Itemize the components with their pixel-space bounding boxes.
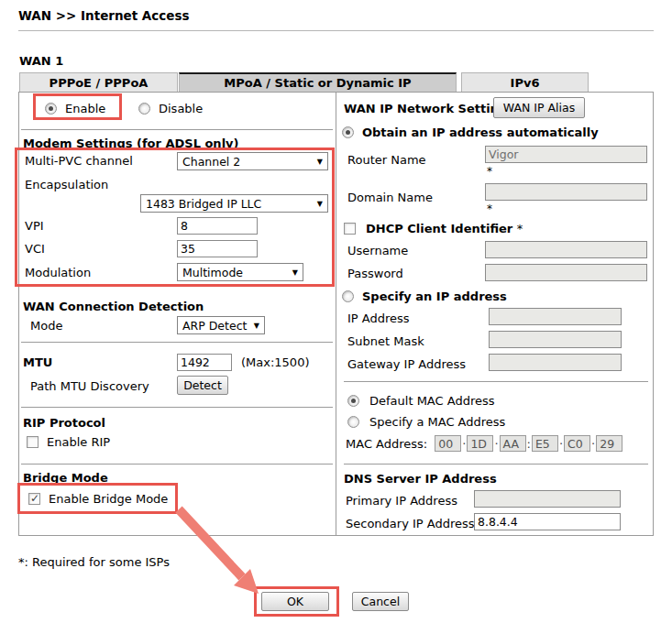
default-mac-radio-label[interactable]: Default MAC Address (369, 394, 495, 408)
tab-pppoe-pppoa[interactable]: PPPoE / PPPoA (19, 72, 178, 92)
mac-octet-input[interactable]: E5 (532, 435, 558, 452)
specify-mac-radio[interactable] (347, 416, 359, 428)
username-input[interactable] (485, 241, 647, 258)
primary-dns-input[interactable] (474, 490, 621, 508)
secondary-dns-input[interactable] (474, 513, 621, 530)
mtu-input[interactable] (177, 354, 232, 371)
dropdown-arrow-icon: ▼ (287, 268, 298, 277)
specify-ip-radio[interactable] (342, 290, 354, 302)
dhcp-required-mark: * (517, 222, 523, 235)
mac-address-label: MAC Address: (346, 437, 435, 451)
domain-name-input[interactable] (485, 183, 647, 201)
secondary-dns-label: Secondary IP Address (346, 517, 475, 530)
dropdown-arrow-icon: ▼ (312, 158, 323, 166)
multi-pvc-label: Multi-PVC channel (25, 154, 133, 168)
vci-input[interactable] (177, 240, 258, 257)
path-mtu-discovery-label: Path MTU Discovery (30, 379, 149, 393)
required-footnote: *: Required for some ISPs (18, 555, 170, 569)
modem-settings-heading: Modem Settings (for ADSL only) (23, 137, 239, 150)
subnet-mask-input[interactable] (489, 331, 622, 348)
tab-label: MPoA / Static or Dynamic IP (224, 76, 411, 90)
column-divider (336, 93, 336, 535)
disable-radio[interactable] (138, 103, 150, 115)
username-label: Username (347, 244, 408, 257)
enable-bridge-mode-label[interactable]: Enable Bridge Mode (49, 492, 168, 506)
tab-ipv6[interactable]: IPv6 (461, 72, 589, 92)
domain-name-required-mark: * (487, 202, 492, 215)
enable-bridge-mode-checkbox[interactable] (28, 493, 40, 505)
modulation-value: Multimode (182, 266, 243, 279)
mode-select[interactable]: ARP Detect ▼ (177, 316, 265, 334)
wan-ip-network-settings-heading: WAN IP Network Settings (344, 102, 514, 115)
mac-octet-input[interactable]: 1D (467, 435, 493, 452)
detect-button[interactable]: Detect (177, 376, 228, 395)
modulation-select[interactable]: Multimode ▼ (177, 263, 303, 281)
wan-ip-alias-button[interactable]: WAN IP Alias (493, 97, 585, 118)
encapsulation-select[interactable]: 1483 Bridged IP LLC ▼ (140, 194, 328, 213)
dhcp-label-text: DHCP Client Identifier (366, 222, 512, 235)
gateway-ip-input[interactable] (489, 354, 622, 371)
mac-address-row: MAC Address: 00 · 1D · AA : E5 · C0 · 29 (346, 435, 622, 452)
encapsulation-label: Encapsulation (25, 178, 108, 191)
encapsulation-value: 1483 Bridged IP LLC (146, 197, 261, 211)
vci-label: VCI (25, 242, 45, 256)
cancel-button[interactable]: Cancel (352, 592, 409, 611)
enable-radio[interactable] (45, 103, 57, 115)
wan1-label: WAN 1 (19, 54, 63, 68)
password-label: Password (347, 267, 403, 280)
tab-mpoa-static-dynamic-ip[interactable]: MPoA / Static or Dynamic IP (179, 72, 457, 92)
title-divider (18, 30, 654, 31)
section-divider (21, 464, 333, 465)
ok-button[interactable]: OK (261, 592, 329, 611)
multi-pvc-select[interactable]: Channel 2 ▼ (177, 152, 328, 170)
obtain-ip-radio[interactable] (342, 126, 354, 138)
specify-mac-radio-label[interactable]: Specify a MAC Address (369, 415, 505, 429)
ip-address-input[interactable] (489, 308, 622, 325)
modulation-label: Modulation (25, 266, 91, 279)
mac-octet-input[interactable]: C0 (564, 435, 590, 452)
router-name-input[interactable] (485, 146, 647, 163)
dropdown-arrow-icon: ▼ (248, 322, 259, 330)
tab-label: IPv6 (511, 76, 540, 90)
domain-name-label: Domain Name (347, 191, 433, 204)
mac-octet-input[interactable]: 00 (435, 435, 461, 452)
mode-value: ARP Detect (182, 319, 247, 333)
wan-internet-access-page: WAN >> Internet Access WAN 1 PPPoE / PPP… (0, 0, 672, 623)
vpi-input[interactable] (177, 217, 258, 235)
section-divider (344, 381, 648, 382)
bridge-mode-heading: Bridge Mode (23, 471, 108, 485)
dns-server-heading: DNS Server IP Address (344, 472, 497, 486)
enable-rip-checkbox[interactable] (27, 436, 39, 448)
mode-label: Mode (30, 319, 62, 333)
multi-pvc-value: Channel 2 (182, 155, 240, 169)
enable-rip-label[interactable]: Enable RIP (47, 435, 110, 449)
mtu-max-note: (Max:1500) (241, 355, 309, 369)
primary-dns-label: Primary IP Address (346, 494, 457, 508)
section-divider (344, 464, 648, 465)
dhcp-client-identifier-label[interactable]: DHCP Client Identifier * (366, 222, 523, 235)
section-divider (21, 407, 333, 408)
dropdown-arrow-icon: ▼ (312, 200, 323, 208)
gateway-ip-label: Gateway IP Address (347, 357, 466, 371)
ip-address-label: IP Address (347, 312, 410, 325)
vpi-label: VPI (25, 219, 44, 233)
specify-ip-radio-label[interactable]: Specify an IP address (362, 290, 507, 303)
router-name-required-mark: * (487, 165, 492, 178)
wan-connection-detection-heading: WAN Connection Detection (23, 300, 204, 313)
breadcrumb: WAN >> Internet Access (18, 8, 190, 23)
router-name-label: Router Name (347, 153, 426, 167)
dhcp-client-identifier-checkbox[interactable] (344, 223, 356, 235)
subnet-mask-label: Subnet Mask (347, 334, 424, 348)
mac-octet-input[interactable]: 29 (596, 435, 622, 452)
password-input[interactable] (485, 264, 647, 281)
section-divider (21, 129, 333, 130)
section-divider (21, 342, 333, 343)
obtain-ip-radio-label[interactable]: Obtain an IP address automatically (362, 126, 599, 139)
mac-octet-input[interactable]: AA (500, 435, 526, 452)
mtu-label: MTU (23, 355, 52, 369)
default-mac-radio[interactable] (347, 395, 359, 407)
rip-protocol-heading: RIP Protocol (23, 416, 105, 430)
tab-content-panel: Enable Disable Modem Settings (for ADSL … (18, 92, 654, 536)
disable-radio-label[interactable]: Disable (159, 102, 203, 115)
enable-radio-label[interactable]: Enable (65, 102, 105, 115)
